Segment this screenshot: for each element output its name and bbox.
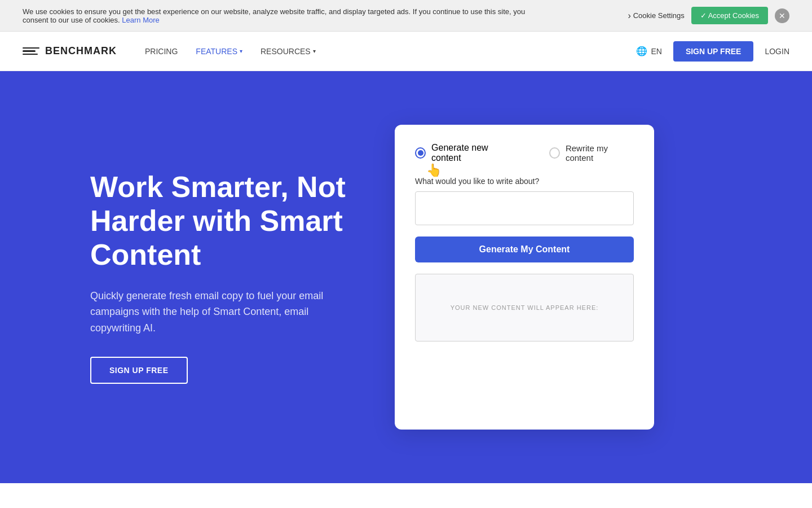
navbar-signup-button[interactable]: SIGN UP FREE	[673, 41, 754, 62]
cookie-text: We use cookies to ensure you get the bes…	[23, 7, 530, 24]
cookie-actions: Cookie Settings ✓ Accept Cookies ✕	[628, 7, 789, 24]
radio-generate-circle	[415, 147, 426, 159]
navbar-right: 🌐 EN SIGN UP FREE LOGIN	[636, 41, 789, 62]
nav-features[interactable]: FEATURES ▾	[196, 47, 242, 56]
cursor-icon: 👆	[426, 163, 442, 178]
cookie-settings-link[interactable]: Cookie Settings	[628, 11, 684, 21]
output-area: YOUR NEW CONTENT WILL APPEAR HERE:	[415, 274, 634, 341]
logo[interactable]: BENCHMARK	[23, 43, 117, 60]
radio-generate-label: Generate new content	[431, 143, 515, 163]
content-card: Generate new content 👆 Rewrite my conten…	[395, 125, 654, 430]
radio-group: Generate new content 👆 Rewrite my conten…	[415, 143, 634, 163]
login-link[interactable]: LOGIN	[765, 47, 789, 56]
cookie-close-button[interactable]: ✕	[775, 8, 789, 23]
logo-line-1	[23, 47, 39, 49]
globe-icon: 🌐	[636, 46, 647, 56]
hero-description: Quickly generate fresh email copy to fue…	[90, 288, 350, 336]
resources-arrow-icon: ▾	[313, 48, 316, 54]
logo-line-2	[23, 50, 36, 52]
nav-resources[interactable]: RESOURCES ▾	[261, 47, 316, 56]
learn-more-link[interactable]: Learn More	[122, 16, 159, 24]
logo-text: BENCHMARK	[45, 45, 117, 57]
language-selector[interactable]: 🌐 EN	[636, 46, 661, 56]
nav-pricing[interactable]: PRICING	[145, 47, 178, 56]
generate-button[interactable]: Generate My Content	[415, 237, 634, 262]
radio-generate-wrapper[interactable]: Generate new content 👆	[415, 143, 515, 163]
accept-cookies-button[interactable]: ✓ Accept Cookies	[691, 7, 768, 24]
radio-rewrite-option[interactable]: Rewrite my content	[549, 143, 634, 163]
nav-links: PRICING FEATURES ▾ RESOURCES ▾	[145, 47, 316, 56]
logo-icon	[23, 43, 39, 60]
navbar-left: BENCHMARK PRICING FEATURES ▾ RESOURCES ▾	[23, 43, 316, 60]
cookie-banner: We use cookies to ensure you get the bes…	[0, 0, 812, 32]
hero-signup-button[interactable]: SIGN UP FREE	[90, 357, 188, 384]
hero-left: Work Smarter, Not Harder with Smart Cont…	[90, 170, 350, 384]
cookie-message: We use cookies to ensure you get the bes…	[23, 7, 525, 24]
radio-rewrite-circle	[549, 147, 560, 159]
form-label: What would you like to write about?	[415, 177, 634, 186]
content-input[interactable]	[415, 191, 634, 225]
logo-line-3	[23, 54, 38, 55]
navbar: BENCHMARK PRICING FEATURES ▾ RESOURCES ▾…	[0, 32, 812, 71]
hero-title: Work Smarter, Not Harder with Smart Cont…	[90, 170, 350, 271]
features-arrow-icon: ▾	[240, 48, 242, 54]
radio-rewrite-label: Rewrite my content	[566, 143, 634, 163]
output-placeholder: YOUR NEW CONTENT WILL APPEAR HERE:	[451, 304, 599, 311]
hero-section: Work Smarter, Not Harder with Smart Cont…	[0, 71, 812, 483]
